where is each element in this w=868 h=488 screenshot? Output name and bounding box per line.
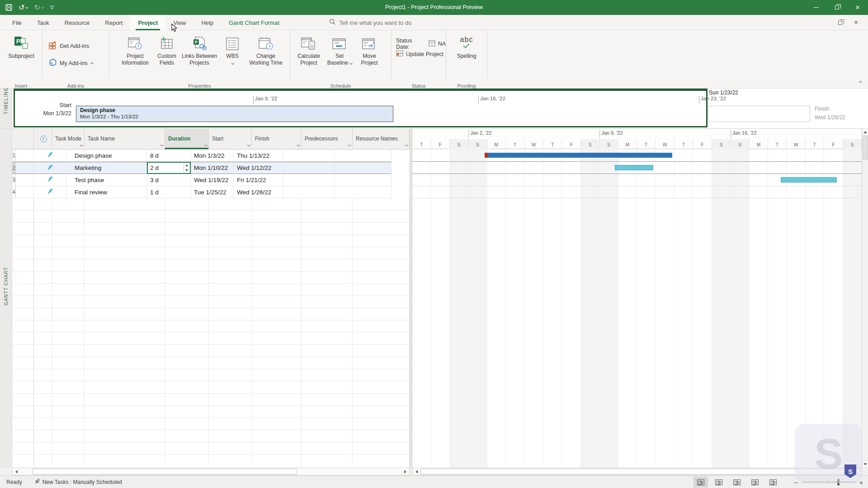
test-phase-bar[interactable]: [781, 177, 837, 183]
gantt-chart-body[interactable]: [412, 149, 862, 468]
resource-sheet-view-button[interactable]: [748, 477, 762, 488]
task-name-cell[interactable]: Design phase: [66, 150, 147, 162]
row-number[interactable]: 4: [12, 186, 16, 198]
resource-names-column-header[interactable]: Resource Names: [353, 129, 410, 149]
start-cell[interactable]: Tue 1/25/22: [191, 186, 234, 198]
tab-view[interactable]: View: [165, 15, 193, 30]
task-name-cell[interactable]: Marketing: [66, 162, 147, 174]
marketing-bar[interactable]: [615, 165, 653, 170]
table-row[interactable]: 4 Final review 1 d Tue 1/25/22 Wed 1/26/…: [12, 186, 410, 198]
table-scrollbar-thumb[interactable]: [33, 469, 297, 474]
duration-column-header[interactable]: Duration: [165, 129, 209, 149]
table-row[interactable]: 1 Design phase 8 d Mon 1/3/22 Thu 1/13/2…: [12, 150, 410, 162]
duration-cell[interactable]: 3 d: [147, 174, 191, 186]
collapse-ribbon-icon[interactable]: [859, 77, 862, 85]
filter-chevron-icon[interactable]: [247, 143, 250, 146]
task-name-cell[interactable]: Test phase: [66, 174, 147, 186]
resource-names-cell[interactable]: [335, 162, 392, 174]
close-button[interactable]: ×: [847, 0, 868, 15]
tab-file[interactable]: File: [5, 15, 29, 30]
scroll-down-icon[interactable]: [862, 460, 868, 468]
scroll-right-icon[interactable]: [402, 468, 409, 475]
set-baseline-button[interactable]: Set Baseline: [325, 34, 354, 66]
design-phase-bar-progress[interactable]: [485, 153, 488, 158]
tab-task[interactable]: Task: [29, 15, 57, 30]
row-number[interactable]: 1: [12, 150, 16, 162]
search-input[interactable]: [339, 19, 439, 26]
tab-help[interactable]: Help: [193, 15, 221, 30]
predecessors-cell[interactable]: [283, 162, 335, 174]
filter-chevron-icon[interactable]: [297, 143, 300, 146]
finish-cell[interactable]: Fri 1/21/22: [234, 174, 283, 186]
filter-chevron-icon[interactable]: [405, 143, 408, 146]
start-cell[interactable]: Mon 1/3/22: [191, 150, 234, 162]
project-information-button[interactable]: Project Information: [120, 34, 150, 66]
start-column-header[interactable]: Start: [209, 129, 252, 149]
row-number[interactable]: 3: [12, 174, 16, 186]
scroll-left-icon[interactable]: [13, 468, 20, 475]
predecessors-cell[interactable]: [283, 174, 335, 186]
finish-cell[interactable]: Wed 1/12/22: [234, 162, 283, 174]
select-all-corner[interactable]: [12, 129, 34, 149]
zoom-out-icon[interactable]: −: [794, 479, 798, 486]
wbs-button[interactable]: WBS: [222, 34, 243, 66]
finish-column-header[interactable]: Finish: [252, 129, 302, 149]
calculate-project-button[interactable]: Calculate Project: [294, 34, 324, 66]
zoom-track[interactable]: [802, 482, 855, 483]
move-project-button[interactable]: Move Project: [354, 34, 384, 66]
tell-me-search[interactable]: [329, 15, 439, 30]
minimize-button[interactable]: [806, 0, 826, 15]
info-column-header[interactable]: i: [34, 129, 52, 149]
table-horizontal-scrollbar[interactable]: [12, 468, 410, 475]
subproject-button[interactable]: P Subproject: [6, 34, 36, 60]
document-restore-icon[interactable]: [838, 21, 842, 25]
change-working-time-button[interactable]: Change Working Time: [248, 34, 284, 66]
tab-gantt-chart-format[interactable]: Gantt Chart Format: [221, 15, 287, 30]
design-phase-bar[interactable]: [488, 153, 672, 158]
tab-project[interactable]: Project: [130, 15, 165, 30]
my-add-ins-button[interactable]: My Add-ins: [49, 58, 93, 68]
table-row-selected[interactable]: 2 Marketing 2 d Mon 1/10/22 Wed 1/12/22: [12, 162, 410, 174]
duration-cell[interactable]: 8 d: [147, 150, 191, 162]
gantt-timescale-header[interactable]: Jan 2, '22Jan 9, '22Jan 16, '22 TFSSMTWT…: [412, 128, 862, 149]
finish-cell[interactable]: Wed 1/26/22: [234, 186, 283, 198]
report-view-button[interactable]: [766, 477, 780, 488]
restore-button[interactable]: [826, 0, 847, 15]
filter-chevron-icon[interactable]: [348, 143, 351, 146]
new-tasks-mode[interactable]: New Tasks : Manually Scheduled: [34, 479, 122, 486]
document-close-icon[interactable]: ×: [854, 19, 858, 27]
task-mode-column-header[interactable]: Task Mode: [52, 129, 85, 149]
vertical-scrollbar-thumb[interactable]: [863, 136, 868, 160]
predecessors-cell[interactable]: [283, 186, 335, 198]
finish-cell[interactable]: Thu 1/13/22: [234, 150, 283, 162]
filter-chevron-icon[interactable]: [80, 143, 83, 146]
duration-cell-active[interactable]: 2 d: [147, 162, 191, 174]
resource-names-cell[interactable]: [335, 150, 392, 162]
vertical-scrollbar[interactable]: [862, 128, 868, 468]
start-cell[interactable]: Mon 1/10/22: [191, 162, 234, 174]
row-number[interactable]: 2: [12, 162, 16, 174]
scroll-up-icon[interactable]: [862, 128, 868, 136]
scroll-left-icon[interactable]: [413, 468, 420, 475]
task-name-column-header[interactable]: Task Name: [85, 129, 165, 149]
chart-scrollbar-thumb[interactable]: [420, 469, 860, 474]
filter-chevron-icon[interactable]: [160, 143, 164, 146]
status-date-field[interactable]: Status Date: NA: [396, 38, 446, 50]
tab-resource[interactable]: Resource: [57, 15, 98, 30]
zoom-thumb[interactable]: [837, 479, 840, 485]
timeline-task-box[interactable]: Design phase Mon 1/3/22 - Thu 1/13/22: [76, 106, 393, 122]
resource-names-cell[interactable]: [335, 174, 392, 186]
tab-report[interactable]: Report: [97, 15, 130, 30]
team-planner-view-button[interactable]: [730, 477, 744, 488]
custom-fields-button[interactable]: Custom Fields: [152, 34, 182, 66]
task-usage-view-button[interactable]: [712, 477, 726, 488]
zoom-in-icon[interactable]: +: [859, 479, 863, 486]
task-name-cell[interactable]: Final review: [66, 186, 147, 198]
spelling-button[interactable]: abc Spelling: [452, 34, 481, 60]
links-between-projects-button[interactable]: P Links Between Projects: [181, 34, 218, 66]
duration-cell[interactable]: 1 d: [147, 186, 191, 198]
filter-chevron-icon[interactable]: [204, 143, 208, 146]
chart-horizontal-scrollbar[interactable]: [412, 468, 862, 475]
timeline-pane-strip[interactable]: TIMELINE: [0, 89, 12, 128]
table-row[interactable]: 3 Test phase 3 d Wed 1/19/22 Fri 1/21/22: [12, 174, 410, 186]
